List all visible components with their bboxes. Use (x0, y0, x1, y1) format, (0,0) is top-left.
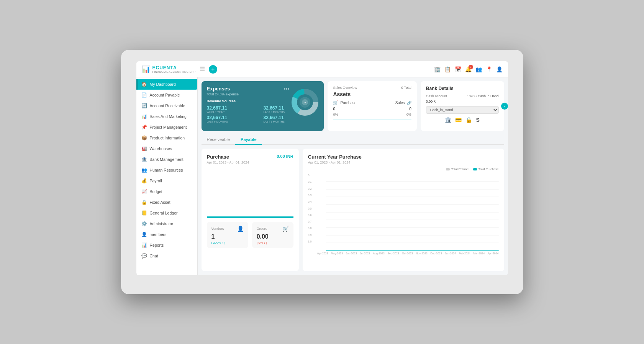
purchase-chart-area (207, 168, 293, 218)
sidebar-item-fixed-asset[interactable]: 🔒 Fixed Asset (136, 197, 197, 208)
receivable-icon: 🔄 (141, 103, 147, 108)
cyp-chart-svg (308, 174, 499, 251)
payable-icon: 📄 (141, 92, 147, 98)
calendar-icon[interactable]: 📅 (455, 66, 461, 72)
x-label-10: Feb-2024 (459, 252, 470, 255)
purchase-title: Purchase (207, 154, 229, 160)
x-label-8: Dec-2023 (430, 252, 442, 255)
sidebar-label-account-payable: Account Payable (150, 93, 180, 97)
location-icon[interactable]: 📍 (486, 66, 492, 72)
bank-card-icon[interactable]: 💳 (455, 117, 462, 123)
expenses-stat-2: 32,667.11 Last 6 Months (207, 115, 262, 123)
bank-title: Bank Details (426, 86, 499, 91)
sidebar-item-sales-marketing[interactable]: 📊 Sales And Marketing (136, 111, 197, 122)
sidebar-item-bank-management[interactable]: 🏦 Bank Management (136, 154, 197, 165)
sidebar-label-product-information: Product Information (150, 136, 185, 140)
company-icon[interactable]: 🏢 (434, 66, 441, 72)
orders-value: 0.00 (257, 233, 289, 240)
bank-cash-label: Cash account (426, 94, 447, 98)
expenses-card: ••• Expenses Total 24.8% expense Revenue… (202, 81, 324, 131)
user-icon[interactable]: 👤 (496, 66, 503, 72)
bank-cash-row: Cash account 1090 • Cash in Hand (426, 94, 499, 98)
sidebar-item-payroll[interactable]: 💰 Payroll (136, 175, 197, 186)
logo-text-group: ECUENTA FINANCIAL ACCOUNTING ERP (152, 65, 196, 73)
sidebar-label-general-ledger: General Ledger (150, 211, 178, 215)
purchase-date: Apr 01, 2023 - Apr 01, 2024 (207, 161, 293, 164)
y-label-9: 0.9 (308, 234, 312, 236)
product-icon: 📦 (141, 135, 147, 141)
legend-total-refund: Total Refund (446, 167, 469, 171)
reports-icon: 📊 (141, 242, 147, 248)
bank-account-select[interactable]: Cash_in_Hand (426, 106, 499, 114)
bank-icons-row: 🏛️ 💳 🔒 S (426, 117, 499, 123)
link-icon: 🔗 (407, 101, 411, 105)
x-label-4: Aug-2023 (373, 252, 385, 255)
svg-text:✦: ✦ (304, 102, 306, 104)
y-label-10: 1.0 (308, 240, 312, 243)
cart-icon: 🛒 (333, 100, 338, 105)
sidebar-item-project-management[interactable]: 📌 Project Management (136, 122, 197, 133)
expenses-period-3: Last 3 Months (263, 120, 318, 123)
bank-lock-icon[interactable]: 🔒 (465, 117, 472, 123)
notification-icon[interactable]: 🔔 7 (465, 66, 472, 72)
expenses-dots-menu[interactable]: ••• (284, 86, 290, 92)
x-label-0: Apr-2023 (317, 252, 328, 255)
sidebar-item-account-payable[interactable]: 📄 Account Payable (136, 90, 197, 100)
x-label-1: May-2023 (331, 252, 343, 255)
dashboard-icon: 🏠 (141, 82, 147, 87)
x-label-2: Jun-2023 (346, 252, 357, 255)
tab-receiveable[interactable]: Receiveable (202, 135, 236, 145)
navbar-right: 🏢 📋 📅 🔔 7 👥 📍 👤 (434, 66, 503, 72)
sidebar-item-members[interactable]: 👤 members (136, 229, 197, 240)
chart-x-labels: Apr-2023 May-2023 Jun-2023 Jul-2023 Aug-… (308, 252, 499, 255)
sidebar-item-account-receivable[interactable]: 🔄 Account Receivable (136, 100, 197, 111)
sidebar-item-administrator[interactable]: ⚙️ Administrator (136, 218, 197, 229)
bank-building-icon[interactable]: 🏛️ (445, 117, 451, 123)
mini-stats: Vendors 👤 1 ( 200% ↑ ) Orders 🛒 (207, 222, 293, 248)
fixed-asset-icon: 🔒 (141, 200, 147, 205)
sidebar-item-general-ledger[interactable]: 📒 General Ledger (136, 208, 197, 218)
orders-stat-header: Orders 🛒 (257, 226, 289, 232)
sidebar-item-my-dashboard[interactable]: 🏠 My Dashboard (136, 79, 197, 90)
sidebar-item-product-information[interactable]: 📦 Product Information (136, 133, 197, 143)
bank-s-icon[interactable]: S (476, 117, 479, 123)
assets-progress-bar (333, 119, 411, 120)
x-label-3: Jul-2023 (360, 252, 370, 255)
tab-payable[interactable]: Payable (235, 135, 262, 145)
expenses-value-0: 32,667.11 (207, 105, 262, 111)
budget-icon: 📈 (141, 189, 147, 194)
sidebar-label-payroll: Payroll (150, 179, 162, 183)
list-icon[interactable]: 📋 (444, 66, 451, 72)
current-year-purchase-panel: Current Year Purchase Apr 01, 2023 - Apr… (303, 149, 504, 271)
sidebar-item-reports[interactable]: 📊 Reports (136, 240, 197, 251)
sidebar-item-chat[interactable]: 💬 Chat (136, 251, 197, 261)
vendors-stat: Vendors 👤 1 ( 200% ↑ ) (207, 222, 248, 248)
expenses-stat-0: 32,667.11 Whole Year (207, 105, 262, 113)
sidebar-item-warehouses[interactable]: 🏭 Warehouses (136, 143, 197, 154)
logo-icon: 📊 (142, 65, 150, 74)
sales-overview-label: Sales Overview (333, 86, 357, 90)
y-label-8: 0.8 (308, 227, 312, 229)
assets-purchase-row: 🛒 Purchase Sales 🔗 (333, 100, 411, 105)
purchase-chart-line (207, 216, 293, 217)
chat-icon: 💬 (141, 253, 147, 259)
hamburger-button[interactable]: ☰ (200, 66, 205, 73)
assets-sales-percent: 0% (406, 113, 411, 116)
sidebar-label-my-dashboard: My Dashboard (150, 82, 176, 87)
y-label-7: 0.7 (308, 220, 312, 223)
purchase-amount: 0.00 INR (277, 154, 293, 159)
legend-dot-purchase (473, 168, 477, 170)
sidebar-item-budget[interactable]: 📈 Budget (136, 186, 197, 197)
legend-total-purchase: Total Purchase (473, 167, 499, 171)
users-icon[interactable]: 👥 (475, 66, 482, 72)
add-button[interactable]: + (209, 65, 217, 74)
sidebar-label-reports: Reports (150, 243, 164, 247)
y-label-3: 0.3 (308, 194, 312, 197)
expenses-value-3: 32,667.11 (263, 115, 318, 120)
x-label-9: Jan-2024 (445, 252, 456, 255)
right-toggle-button[interactable]: › (501, 103, 508, 110)
expenses-period-0: Whole Year (207, 111, 262, 113)
assets-sales-value: 0 (409, 107, 411, 111)
assets-header: Sales Overview 0 Total (333, 86, 411, 90)
sidebar-item-human-resources[interactable]: 👥 Human Resources (136, 165, 197, 175)
